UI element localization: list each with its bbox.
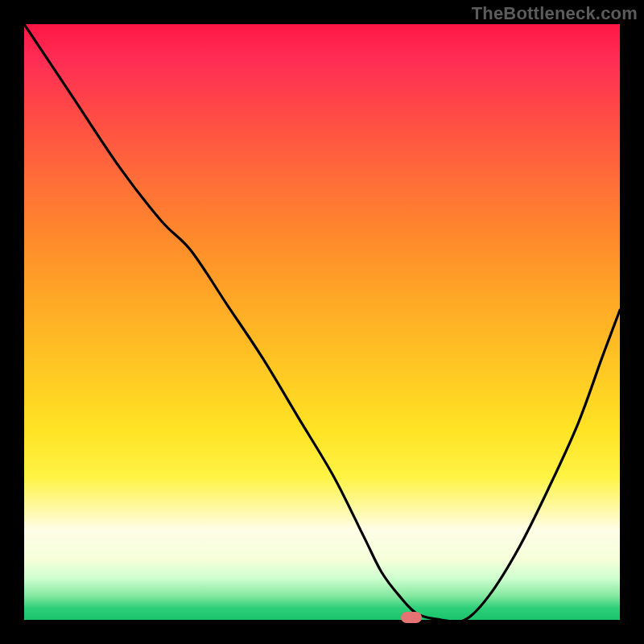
chart-frame: TheBottleneck.com [0, 0, 644, 644]
watermark-text: TheBottleneck.com [472, 3, 638, 24]
curve-path [24, 24, 620, 620]
optimum-marker [401, 612, 422, 623]
bottleneck-curve [24, 24, 620, 620]
plot-area [24, 24, 620, 620]
